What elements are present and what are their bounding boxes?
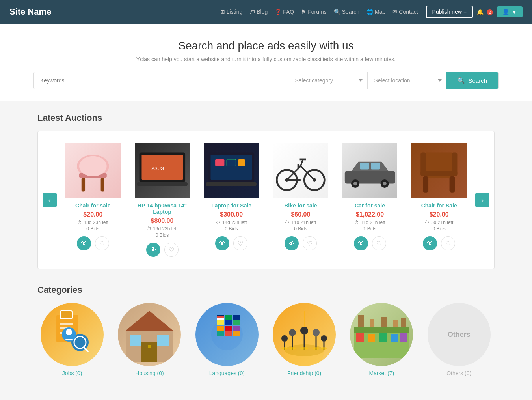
- auction-actions: 👁 ♡: [65, 236, 121, 250]
- jobs-icon: [41, 303, 104, 366]
- svg-rect-97: [368, 334, 375, 342]
- nav-forums[interactable]: ⚑ Forums: [301, 9, 326, 15]
- auction-bids: 0 Bids: [273, 226, 328, 232]
- svg-point-48: [66, 329, 72, 335]
- svg-point-85: [289, 347, 296, 350]
- nav-faq[interactable]: ❓ FAQ: [275, 9, 294, 15]
- clock-icon: ⏱: [285, 220, 290, 225]
- svg-rect-63: [217, 326, 224, 331]
- svg-rect-40: [60, 311, 72, 319]
- nav-blog[interactable]: 🏷 Blog: [249, 9, 268, 15]
- category-label: Friendship (0): [287, 370, 321, 376]
- svg-rect-14: [206, 182, 257, 186]
- location-select[interactable]: Select location: [368, 72, 446, 89]
- category-item[interactable]: Market (7): [347, 303, 416, 376]
- view-button[interactable]: 👁: [354, 236, 368, 250]
- auction-price: $300.00: [204, 211, 259, 218]
- friendship-icon: [273, 303, 336, 366]
- category-select[interactable]: Select category: [288, 72, 367, 89]
- auction-image: [273, 143, 328, 198]
- svg-point-74: [281, 335, 288, 342]
- svg-rect-100: [400, 333, 407, 342]
- nav-listing[interactable]: ⊞ Listing: [220, 9, 242, 15]
- view-button[interactable]: 👁: [146, 243, 160, 257]
- search-bar: Select category Select location 🔍 Search: [33, 72, 499, 89]
- nav-map[interactable]: 🌐 Map: [366, 9, 385, 15]
- nav-search[interactable]: 🔍 Search: [334, 9, 359, 15]
- search-button[interactable]: 🔍 Search: [446, 72, 498, 89]
- svg-rect-10: [211, 155, 252, 180]
- category-item[interactable]: Languages (0): [192, 303, 262, 376]
- favorite-button[interactable]: ♡: [233, 236, 247, 250]
- nav-contact[interactable]: ✉ Contact: [392, 9, 418, 15]
- svg-rect-53: [157, 335, 169, 346]
- svg-rect-2: [82, 178, 85, 191]
- view-button[interactable]: 👁: [285, 236, 299, 250]
- svg-rect-12: [227, 159, 236, 166]
- auction-time: ⏱ 13d 23h left: [65, 220, 121, 225]
- auction-image: [342, 143, 398, 198]
- carousel-prev-button[interactable]: ‹: [43, 193, 57, 207]
- category-item[interactable]: OthersOthers (0): [424, 303, 494, 376]
- favorite-button[interactable]: ♡: [303, 236, 317, 250]
- svg-line-22: [301, 159, 303, 166]
- auction-time: ⏱ 19d 23h left: [135, 226, 190, 232]
- svg-point-75: [289, 329, 296, 336]
- category-item[interactable]: Friendship (0): [270, 303, 339, 376]
- svg-rect-66: [233, 320, 240, 325]
- user-icon: 👤: [502, 9, 509, 15]
- carousel-next-button[interactable]: ›: [475, 193, 489, 207]
- view-button[interactable]: 👁: [77, 236, 91, 250]
- svg-marker-50: [126, 311, 173, 331]
- view-button[interactable]: 👁: [215, 236, 229, 250]
- tag-icon: 🏷: [249, 9, 255, 15]
- auction-time: ⏱ 11d 21h left: [342, 220, 398, 225]
- svg-point-84: [281, 347, 288, 350]
- category-item[interactable]: Housing (0): [115, 303, 184, 376]
- svg-rect-7: [137, 182, 187, 186]
- svg-point-32: [383, 182, 386, 185]
- svg-rect-13: [238, 159, 245, 166]
- auction-actions: 👁 ♡: [204, 236, 259, 250]
- auction-actions: 👁 ♡: [135, 243, 190, 257]
- svg-rect-3: [101, 178, 104, 191]
- category-item[interactable]: Jobs (0): [37, 303, 107, 376]
- svg-rect-99: [391, 334, 398, 342]
- question-icon: ❓: [275, 9, 281, 15]
- favorite-button[interactable]: ♡: [372, 236, 386, 250]
- auction-image: [65, 143, 121, 198]
- clock-icon: ⏱: [425, 220, 430, 225]
- auction-price: $800.00: [135, 217, 190, 224]
- auction-image: [204, 143, 259, 198]
- svg-point-86: [300, 347, 308, 350]
- favorite-button[interactable]: ♡: [441, 236, 455, 250]
- auction-actions: 👁 ♡: [273, 236, 328, 250]
- auction-card: Car for sale $1,022.00 ⏱ 11d 21h left 1 …: [339, 139, 402, 261]
- housing-icon: [118, 303, 181, 366]
- categories-title: Categories: [37, 285, 495, 295]
- clock-icon: ⏱: [147, 226, 151, 232]
- auction-card: Bike for sale $60.00 ⏱ 11d 21h left 0 Bi…: [269, 139, 332, 261]
- site-name: Site Name: [9, 7, 51, 17]
- svg-point-4: [79, 156, 107, 176]
- category-label: Others (0): [446, 370, 471, 376]
- auction-price: $20.00: [65, 211, 121, 218]
- auction-price: $20.00: [411, 211, 467, 218]
- auction-title: Chair for Sale: [411, 202, 467, 209]
- svg-rect-41: [60, 323, 73, 325]
- svg-point-54: [148, 345, 151, 348]
- auction-bids: 0 Bids: [65, 226, 121, 232]
- keywords-input[interactable]: [34, 72, 288, 89]
- view-button[interactable]: 👁: [423, 236, 437, 250]
- search-nav-icon: 🔍: [334, 9, 340, 15]
- user-menu-button[interactable]: 👤 ▼: [497, 6, 523, 17]
- favorite-button[interactable]: ♡: [164, 243, 179, 257]
- favorite-button[interactable]: ♡: [95, 236, 109, 250]
- notifications-button[interactable]: 🔔 2: [477, 9, 493, 15]
- flag-icon: ⚑: [301, 9, 306, 15]
- publish-new-button[interactable]: Publish new +: [426, 6, 473, 18]
- auction-actions: 👁 ♡: [342, 236, 398, 250]
- svg-point-88: [321, 347, 327, 350]
- category-label: Housing (0): [135, 370, 164, 376]
- auction-actions: 👁 ♡: [411, 236, 467, 250]
